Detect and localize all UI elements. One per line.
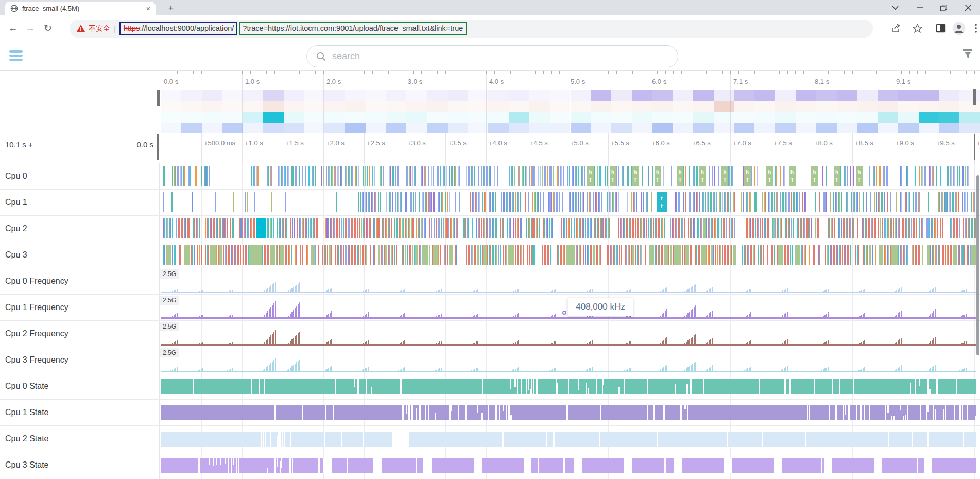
side-panel-icon[interactable] xyxy=(936,15,946,41)
slice[interactable]: hT xyxy=(655,166,661,186)
back-button[interactable]: ← xyxy=(4,23,22,34)
minimap-cell xyxy=(324,101,345,112)
security-warning-label[interactable]: 不安全 xyxy=(89,24,110,33)
filter-funnel-icon[interactable] xyxy=(962,49,973,59)
slice[interactable]: hT xyxy=(789,166,796,186)
track-label[interactable]: Cpu 2 xyxy=(0,216,158,242)
slice[interactable]: hT xyxy=(834,166,840,186)
minimap-heatmap[interactable] xyxy=(0,90,980,133)
reload-button[interactable]: ↻ xyxy=(39,22,57,34)
track-label[interactable]: Cpu 3 State xyxy=(0,452,158,478)
slice[interactable]: hT xyxy=(587,166,594,186)
minimap-cell xyxy=(632,123,652,133)
minimap-cell xyxy=(243,90,263,101)
brush-left-handle[interactable] xyxy=(157,134,159,160)
track-row: Cpu 0 Frequency2.5G xyxy=(0,268,980,295)
slice[interactable]: hT xyxy=(632,166,639,186)
state-band xyxy=(161,458,976,473)
track-canvas[interactable]: hThThThThThThThThThThThThT xyxy=(158,163,980,189)
minimap-cell xyxy=(754,112,775,123)
ruler-tick-label: +500.0 ms xyxy=(204,139,235,147)
minimap-left-handle[interactable] xyxy=(157,90,160,106)
ruler-tick-label: +8.5 s xyxy=(855,139,873,147)
slice[interactable]: hT xyxy=(721,166,728,186)
track-label[interactable]: Cpu 0 xyxy=(0,163,158,189)
forward-button[interactable]: → xyxy=(22,23,39,34)
track-row: Cpu 1tt xyxy=(0,190,980,216)
track-canvas[interactable] xyxy=(158,426,980,452)
address-bar[interactable]: 不安全 | https://localhost:9000/application… xyxy=(70,20,873,38)
track-label[interactable]: Cpu 1 Frequency xyxy=(0,295,158,320)
track-label[interactable]: Cpu 1 xyxy=(0,190,158,215)
track-label[interactable]: Cpu 0 Frequency xyxy=(0,268,158,294)
track-row: Cpu 3 State xyxy=(0,452,980,478)
minimap-cell xyxy=(406,90,427,101)
browser-menu-icon[interactable] xyxy=(975,15,977,41)
tab-search-chevron-icon[interactable] xyxy=(883,0,907,15)
minimap-cell xyxy=(202,123,222,133)
profile-avatar[interactable] xyxy=(952,15,966,41)
slice[interactable]: hT xyxy=(744,166,751,186)
minor-tick xyxy=(649,71,649,74)
slice[interactable]: tt xyxy=(657,192,667,212)
track-label[interactable]: Cpu 0 State xyxy=(0,373,158,399)
minor-tick xyxy=(259,71,259,74)
brush-right-handle[interactable] xyxy=(974,134,975,160)
track-canvas[interactable] xyxy=(158,373,980,399)
minor-tick xyxy=(771,71,771,74)
minimap-cell xyxy=(693,101,714,112)
track-canvas[interactable]: 2.5G xyxy=(158,347,980,373)
viewport-brush-row[interactable]: 10.1 s + 0.0 s +500.0 ms+1.0 s+1.5 s+2.0… xyxy=(0,133,980,163)
url-query[interactable]: ?trace=https://iot.itocm.com:9001/upload… xyxy=(239,22,467,35)
minor-tick xyxy=(356,71,356,74)
minimap-cell xyxy=(878,123,898,133)
minor-tick xyxy=(519,71,519,74)
minimap-cell xyxy=(222,112,243,123)
track-label[interactable]: Cpu 2 State xyxy=(0,426,158,452)
track-canvas[interactable] xyxy=(158,452,980,478)
slice[interactable]: hT xyxy=(699,166,706,186)
minimap-cell xyxy=(652,123,673,133)
track-canvas[interactable]: tt xyxy=(158,190,980,215)
slice[interactable]: hT xyxy=(811,166,818,186)
track-canvas[interactable] xyxy=(158,400,980,425)
slice[interactable] xyxy=(256,218,266,238)
minimap-cell xyxy=(222,123,243,133)
track-row: Cpu 0hThThThThThThThThThThThThT xyxy=(0,163,980,190)
track-canvas[interactable] xyxy=(158,242,980,268)
minimap-cell xyxy=(816,90,837,101)
window-minimize-button[interactable] xyxy=(907,0,932,15)
menu-hamburger-icon[interactable] xyxy=(9,50,23,63)
track-canvas[interactable]: 2.5G xyxy=(158,321,980,347)
track-label[interactable]: Cpu 3 xyxy=(0,242,158,268)
minor-tick xyxy=(315,71,316,74)
track-canvas[interactable] xyxy=(158,216,980,242)
minimap-right-handle[interactable] xyxy=(973,89,976,105)
slice[interactable]: hT xyxy=(766,166,773,186)
tab-title: ftrace_small (4.5M) xyxy=(22,5,142,12)
minor-tick xyxy=(592,71,592,74)
search-box[interactable] xyxy=(306,45,678,67)
slice[interactable]: hT xyxy=(677,166,683,186)
new-tab-button[interactable]: + xyxy=(164,2,178,15)
search-input[interactable] xyxy=(332,51,668,62)
window-restore-button[interactable] xyxy=(932,0,956,15)
minor-tick xyxy=(332,71,332,74)
track-canvas[interactable]: 2.5G408,000 kHz xyxy=(158,295,980,320)
browser-tab[interactable]: ftrace_small (4.5M) × xyxy=(5,2,156,15)
track-canvas[interactable]: 2.5G xyxy=(158,268,980,294)
url-origin[interactable]: https://localhost:9000/application/ xyxy=(119,22,237,35)
minor-tick xyxy=(730,71,731,74)
bookmark-star-icon[interactable] xyxy=(913,15,922,41)
vertical-scrollbar[interactable] xyxy=(976,175,979,355)
track-label[interactable]: Cpu 3 Frequency xyxy=(0,347,158,373)
timeline-overview[interactable]: 0.0 s1.0 s2.0 s3.0 s4.0 s5.0 s6.0 s7.1 s… xyxy=(0,71,980,133)
tab-close-icon[interactable]: × xyxy=(146,5,150,13)
share-icon[interactable] xyxy=(891,15,902,41)
gridline xyxy=(445,133,446,163)
track-label[interactable]: Cpu 1 State xyxy=(0,400,158,425)
track-label[interactable]: Cpu 2 Frequency xyxy=(0,321,158,347)
window-close-button[interactable] xyxy=(956,0,980,15)
slice[interactable]: hT xyxy=(856,166,863,186)
slice[interactable]: hT xyxy=(610,166,616,186)
